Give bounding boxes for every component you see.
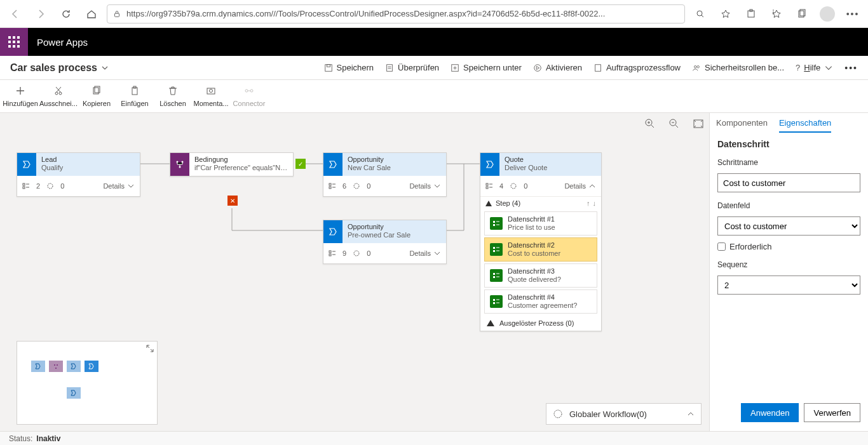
svg-rect-48 xyxy=(486,183,488,185)
command-row: Car sales process Speichern Überprüfen S… xyxy=(0,56,868,80)
stage-opportunity-preowned[interactable]: OpportunityPre-owned Car Sale 9 0 Detail… xyxy=(323,220,447,264)
browser-more-button[interactable]: ••• xyxy=(843,4,863,24)
tab-properties[interactable]: Eigenschaften xyxy=(779,118,831,133)
status-bar: Status: Inaktiv xyxy=(0,431,868,445)
add-button[interactable]: Hinzufügen xyxy=(1,84,39,107)
cut-button[interactable]: Ausschnei... xyxy=(39,84,78,107)
stage-quote[interactable]: QuoteDeliver Quote 4 0 Details Step (4) … xyxy=(480,152,602,331)
process-name-dropdown[interactable]: Car sales process xyxy=(10,62,109,74)
svg-rect-15 xyxy=(325,64,332,71)
required-checkbox[interactable] xyxy=(717,242,726,251)
stage-condition[interactable]: Bedingungif"Car Preference" equals"New C… xyxy=(170,152,294,176)
svg-point-21 xyxy=(695,65,697,68)
more-commands-button[interactable]: ••• xyxy=(844,63,858,73)
minimap[interactable] xyxy=(17,341,158,425)
help-button[interactable]: ?HHilfeilfe xyxy=(796,63,833,72)
home-button[interactable] xyxy=(81,4,102,24)
browser-bar: https://org9735b79a.crm.dynamics.com///T… xyxy=(0,0,868,28)
data-step-3[interactable]: Datenschritt #3Quote delivered? xyxy=(484,263,597,288)
reload-button[interactable] xyxy=(56,4,76,24)
waffle-icon xyxy=(8,36,20,48)
details-toggle[interactable]: Details xyxy=(564,182,596,190)
stage-icon xyxy=(323,153,342,176)
details-toggle[interactable]: Details xyxy=(409,249,441,257)
validate-button[interactable]: Überprüfen xyxy=(385,63,439,72)
tab-components[interactable]: Komponenten xyxy=(716,118,768,133)
nav-back-button[interactable] xyxy=(5,4,25,24)
svg-point-62 xyxy=(554,410,562,418)
move-up-button[interactable]: ↑ xyxy=(587,199,590,207)
svg-point-32 xyxy=(250,90,253,92)
triggered-process-row[interactable]: Ausgelöster Prozess (0) xyxy=(480,315,601,331)
stage-opportunity-new[interactable]: OpportunityNew Car Sale 6 0 Details xyxy=(323,152,447,197)
toolbar: Hinzufügen Ausschnei... Kopieren Einfüge… xyxy=(0,80,868,113)
apply-button[interactable]: Anwenden xyxy=(741,403,799,422)
stepname-label: Schrittname xyxy=(717,158,860,167)
favorites-list-button[interactable] xyxy=(766,4,787,24)
svg-rect-12 xyxy=(8,45,11,48)
checklist-icon xyxy=(490,243,503,256)
copy-button[interactable]: Kopieren xyxy=(78,84,116,107)
svg-rect-16 xyxy=(327,64,330,67)
address-text: https://org9735b79a.crm.dynamics.com///T… xyxy=(126,9,605,18)
panel-section-title: Datenschritt xyxy=(717,139,860,149)
paste-button[interactable]: Einfügen xyxy=(116,84,154,107)
data-step-2[interactable]: Datenschritt #2Cost to customer xyxy=(484,237,597,262)
stepname-input[interactable] xyxy=(717,173,860,192)
favorite-button[interactable] xyxy=(715,4,736,24)
workflow-icon xyxy=(553,409,563,419)
svg-rect-53 xyxy=(493,247,495,249)
nav-forward-button[interactable] xyxy=(31,4,51,24)
svg-rect-8 xyxy=(17,36,20,39)
canvas[interactable]: LeadQualify 2 0 Details Bedingungif"Car … xyxy=(0,113,709,431)
svg-point-30 xyxy=(210,90,213,93)
svg-rect-6 xyxy=(8,36,11,39)
details-toggle[interactable]: Details xyxy=(409,182,441,190)
sequence-select[interactable]: 2 xyxy=(717,276,860,295)
global-workflow-toggle[interactable]: Globaler Workflow(0) xyxy=(546,403,702,425)
discard-button[interactable]: Verwerfen xyxy=(804,403,860,422)
snapshot-button[interactable]: Momenta... xyxy=(192,84,230,107)
zoom-out-button[interactable] xyxy=(668,118,680,131)
svg-rect-49 xyxy=(486,187,488,189)
extensions-button[interactable] xyxy=(741,4,761,24)
order-flow-button[interactable]: Auftragsprozessflow xyxy=(593,63,681,72)
expand-icon[interactable] xyxy=(146,344,154,353)
data-step-1[interactable]: Datenschritt #1Price list to use xyxy=(484,211,597,236)
svg-rect-17 xyxy=(387,64,393,71)
stage-lead[interactable]: LeadQualify 2 0 Details xyxy=(17,152,140,197)
svg-point-31 xyxy=(245,90,248,92)
svg-rect-42 xyxy=(329,183,331,185)
chevron-down-icon xyxy=(101,64,109,72)
save-as-button[interactable]: Speichern unter xyxy=(451,63,522,72)
triggers-icon xyxy=(46,182,54,190)
app-launcher-button[interactable] xyxy=(0,28,28,56)
collections-button[interactable] xyxy=(792,4,812,24)
move-down-button[interactable]: ↓ xyxy=(593,199,597,207)
fit-screen-button[interactable] xyxy=(693,118,704,131)
details-toggle[interactable]: Details xyxy=(103,182,135,190)
data-step-4[interactable]: Datenschritt #4Customer agreement? xyxy=(484,289,597,314)
svg-rect-56 xyxy=(493,276,495,278)
datafield-select[interactable]: Cost to customer xyxy=(717,216,860,236)
svg-point-23 xyxy=(55,92,58,95)
stage-icon xyxy=(17,153,36,176)
svg-rect-45 xyxy=(329,251,331,253)
zoom-button[interactable] xyxy=(690,4,710,24)
condition-true-badge: ✓ xyxy=(295,159,306,169)
profile-button[interactable] xyxy=(817,4,837,24)
svg-rect-13 xyxy=(13,45,15,48)
stage-icon xyxy=(323,220,342,243)
zoom-in-button[interactable] xyxy=(644,118,656,131)
activate-button[interactable]: Aktivieren xyxy=(533,63,582,72)
svg-rect-7 xyxy=(13,36,15,39)
lock-icon xyxy=(112,10,121,18)
steps-icon xyxy=(22,182,30,190)
security-roles-button[interactable]: Sicherheitsrollen be... xyxy=(692,63,784,72)
delete-button[interactable]: Löschen xyxy=(154,84,192,107)
svg-rect-9 xyxy=(8,41,11,43)
save-button[interactable]: Speichern xyxy=(324,63,374,72)
svg-rect-58 xyxy=(493,302,495,304)
chevron-up-icon xyxy=(687,410,695,418)
address-bar[interactable]: https://org9735b79a.crm.dynamics.com///T… xyxy=(107,4,685,23)
